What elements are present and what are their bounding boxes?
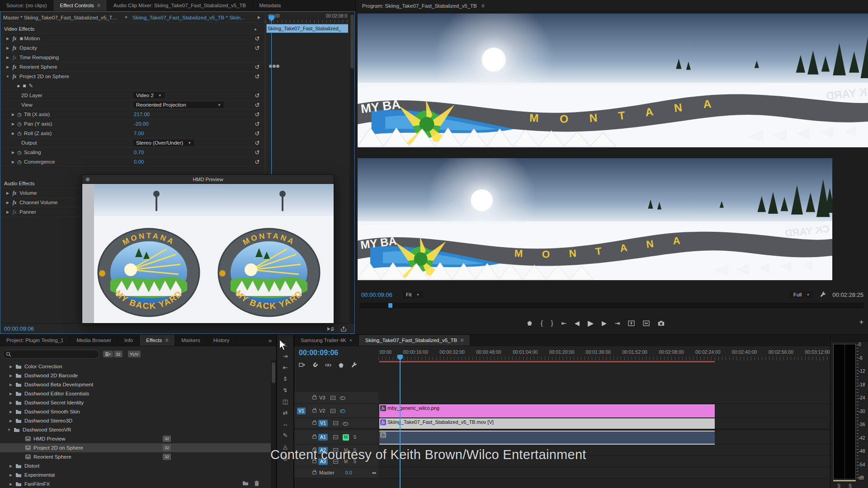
accelerated-effects-filter-icon[interactable] [103,351,113,357]
slide-tool-icon[interactable]: ↔ [283,421,288,427]
go-to-out-icon[interactable]: ⇥ [615,319,620,327]
folder-row[interactable]: ▶Color Correction [0,362,271,371]
go-to-in-icon[interactable]: ⇤ [561,319,566,327]
reset-icon[interactable]: ↺ [253,35,262,42]
folder-row[interactable]: ▶Distort [0,461,271,470]
linked-selection-icon[interactable] [325,362,331,368]
play-button-icon[interactable]: ▶ [588,319,594,328]
twisty-icon[interactable]: ▼ [5,75,10,79]
twisty-icon[interactable]: ▶ [5,201,10,205]
pan-value[interactable]: -20.00 [134,121,149,127]
sync-lock-icon[interactable] [333,435,338,439]
reset-icon[interactable]: ↺ [253,92,262,99]
fx-badge-icon[interactable]: fx [10,209,19,216]
solo-button[interactable]: S [352,434,358,441]
extract-icon[interactable] [643,320,650,326]
track-target-badge[interactable]: A1 [318,434,328,441]
master-level-value[interactable]: 0.0 [345,470,352,475]
tab-sequence-skiing[interactable]: Skiing_Take07_Fast_Stabalized_v5_TB≡ [359,335,470,346]
effect-item-row[interactable]: HMD Preview32 [0,434,271,443]
nest-toggle-icon[interactable] [299,362,305,368]
lock-icon[interactable] [312,436,316,439]
2d-layer-dropdown[interactable]: Video 2▼ [133,92,165,99]
tab-overflow-icon[interactable]: » [269,335,276,346]
clip-skiing-video[interactable]: fx Skiing_Take07_Fast_Stabalized_v5_TB.m… [379,418,715,429]
fx-badge-icon[interactable]: fx [10,199,19,206]
twisty-icon[interactable]: ▶ [8,401,14,405]
stopwatch-icon[interactable]: ◷ [16,159,23,165]
lock-icon[interactable] [312,409,316,413]
reset-icon[interactable]: ↺ [253,64,262,70]
convergence-value[interactable]: 0.00 [134,159,144,164]
timeline-playhead-line[interactable] [400,360,401,488]
program-scrub-playhead[interactable] [388,303,392,308]
twisty-icon[interactable]: ▶ [8,410,14,414]
panel-menu-icon[interactable]: ≡ [481,3,485,9]
effect-row-reorient-sphere[interactable]: ▶ fx Reorient Sphere ↺ [0,62,264,72]
twisty-icon[interactable]: ▶ [5,191,10,195]
folder-row[interactable]: ▶Dashwood Secret Identity [0,398,271,407]
twisty-icon[interactable]: ▶ [8,482,14,486]
scaling-value[interactable]: 0.70 [134,150,144,155]
tab-media-browser[interactable]: Media Browser [70,335,118,346]
export-icon[interactable] [340,326,347,332]
reset-icon[interactable]: ↺ [253,140,262,146]
folder-row[interactable]: ▶Dashwood Smooth Skin [0,407,271,416]
stopwatch-icon[interactable]: ◷ [16,131,23,136]
pen-tool-icon[interactable]: ✎ [283,432,288,439]
mark-in-icon[interactable]: { [541,319,543,327]
play-audio-icon[interactable] [327,326,334,332]
lock-icon[interactable] [312,422,316,425]
tab-history[interactable]: History [207,335,236,346]
twisty-icon[interactable]: ▶ [8,383,14,387]
twisty-icon[interactable]: ▶ [8,419,14,423]
settings-wrench-icon[interactable] [820,291,826,298]
sync-lock-icon[interactable] [330,396,335,400]
ellipse-mask-icon[interactable]: ● [17,83,20,89]
effects-search-input[interactable] [3,350,99,359]
twisty-icon[interactable]: ▶ [5,37,10,41]
chevron-down-icon[interactable]: ▼ [123,15,129,19]
reset-icon[interactable]: ↺ [253,73,262,80]
solo-left-button[interactable]: S [837,483,840,488]
output-dropdown[interactable]: Stereo (Over/Under)▼ [133,140,194,146]
panel-menu-icon[interactable]: ≡ [97,2,100,9]
track-target-badge[interactable]: V1 [318,420,328,427]
twisty-icon[interactable]: ▶ [8,374,14,378]
folder-row[interactable]: ▶FanFilmFX [0,479,271,488]
add-marker-icon[interactable] [338,362,344,368]
meters-header[interactable] [830,335,868,342]
timeline-ruler[interactable]: :00:0000:00:16:0000:00:32:0000:00:48:000… [378,347,830,357]
rate-stretch-tool-icon[interactable]: ↯ [283,387,288,394]
track-lane-v3[interactable] [378,392,830,404]
ripple-edit-tool-icon[interactable]: ⇤ [283,365,288,371]
master-clip-label[interactable]: Master * Skiing_Take07_Fast_Stabalized_v… [3,15,120,20]
keyframe-dots[interactable] [269,65,279,68]
track-header-master[interactable]: Master 0.0 ▸◂ [294,467,378,479]
step-back-icon[interactable]: ◀ [575,319,580,327]
snap-magnet-icon[interactable] [312,362,318,368]
lift-icon[interactable] [628,320,635,326]
fx-badge-icon[interactable]: fx [10,64,19,70]
twisty-icon[interactable]: ▶ [10,113,16,117]
32bit-filter-badge[interactable]: 32 [114,351,123,357]
yuv-filter-badge[interactable]: YUV [128,351,141,357]
timeline-timecode[interactable]: 00:00:09:06 [299,349,338,357]
reset-icon[interactable]: ↺ [253,130,262,137]
folder-row[interactable]: ▶Dashwood Editor Essentials [0,389,271,398]
folder-row[interactable]: ▶Experimental [0,470,271,479]
eye-off-icon[interactable] [340,408,345,413]
tilt-value[interactable]: 217.00 [134,112,150,117]
stopwatch-icon[interactable]: ◷ [16,121,23,127]
twisty-icon[interactable]: ▶ [8,464,14,468]
project-scrollbar[interactable] [271,361,276,488]
rolling-edit-tool-icon[interactable]: ⇕ [283,376,288,382]
reset-icon[interactable]: ↺ [253,149,262,156]
eye-icon[interactable] [340,395,345,400]
program-scrub-bar[interactable] [359,303,864,308]
reset-icon[interactable]: ↺ [253,121,262,127]
twisty-icon[interactable]: ▶ [10,122,16,126]
stopwatch-icon[interactable]: ◷ [16,112,23,117]
hmd-preview-window[interactable]: ⊗ HMD Preview [82,174,334,324]
add-marker-icon[interactable] [527,320,533,326]
